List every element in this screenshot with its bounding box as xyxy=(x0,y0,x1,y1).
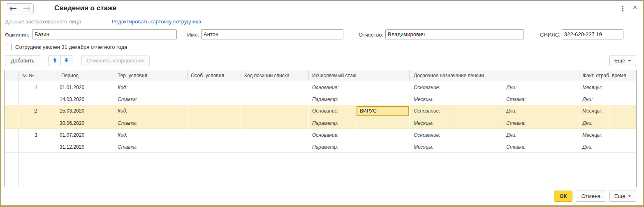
early-days-label: Дни: xyxy=(506,108,530,114)
calc-basis-label: Основание: xyxy=(312,132,339,138)
firstname-label: Имя: xyxy=(187,32,199,38)
header-early[interactable]: Досрочное назначение пенсии xyxy=(410,70,579,81)
table-more-button[interactable]: Еще xyxy=(609,55,636,66)
fact-months-value-cell[interactable] xyxy=(609,105,636,117)
firstname-field[interactable] xyxy=(201,29,343,39)
lastname-field[interactable] xyxy=(32,29,177,39)
early-days-label: Дни: xyxy=(506,85,517,90)
history-nav-group xyxy=(6,3,34,14)
header-num[interactable]: № № xyxy=(19,70,58,81)
header-calc[interactable]: Исчисляемый стаж xyxy=(309,70,410,81)
early-months-value-cell[interactable] xyxy=(455,117,502,129)
move-row-group xyxy=(49,55,72,66)
early-basis-label: Основание: xyxy=(414,108,455,114)
calc-param-label: Параметр: xyxy=(312,144,338,150)
forward-arrow-icon xyxy=(23,5,30,13)
move-down-button[interactable] xyxy=(60,55,72,66)
calc-basis-label: Основание: xyxy=(312,108,357,114)
add-button[interactable]: Добавить xyxy=(5,55,40,66)
dropdown-caret-icon xyxy=(628,196,631,197)
ter-rate-label: Ставка: xyxy=(118,120,141,126)
calc-param-label: Параметр: xyxy=(312,120,357,126)
early-rate-label: Ставка: xyxy=(506,144,526,150)
fact-months-label: Месяцы: xyxy=(582,108,609,114)
move-up-button[interactable] xyxy=(49,55,60,66)
fact-days-label: Дни: xyxy=(582,144,593,150)
early-rate-value-cell[interactable] xyxy=(530,117,579,129)
page-title: Сведения о стаже xyxy=(54,4,116,12)
header-osob[interactable]: Особ. условия xyxy=(188,70,241,81)
fact-days-value-cell[interactable] xyxy=(609,117,636,129)
header-fact[interactable]: Факт. отраб. время xyxy=(579,70,636,81)
ter-code-label: Код: xyxy=(118,108,141,114)
early-months-label: Месяцы: xyxy=(414,97,433,102)
snils-field[interactable] xyxy=(562,29,623,39)
early-basis-label: Основание: xyxy=(414,132,440,138)
row-number: 1 xyxy=(19,81,58,93)
osob-value-cell[interactable] xyxy=(188,105,241,117)
period-from: 15.03.2020 xyxy=(58,105,114,117)
forward-button[interactable] xyxy=(20,4,33,14)
row-number: 2 xyxy=(19,105,58,117)
table-row[interactable]: 3 01.07.2020 Код: Основание: Основание: … xyxy=(5,129,636,153)
more-menu-icon[interactable] xyxy=(619,5,626,12)
calc-param-value-cell[interactable] xyxy=(357,117,409,129)
period-to: 14.03.2020 xyxy=(58,93,114,105)
ok-button[interactable]: ОК xyxy=(554,191,572,202)
footer-more-button[interactable]: Еще xyxy=(609,191,636,202)
dropdown-caret-icon xyxy=(628,60,631,62)
header-period[interactable]: Период xyxy=(58,70,114,81)
early-months-label: Месяцы: xyxy=(414,144,433,150)
calc-param-label: Параметр: xyxy=(312,97,338,102)
fact-months-label: Месяцы: xyxy=(582,85,602,90)
table-header-row: № № Период Тер. условия Особ. условия Ко… xyxy=(5,70,636,81)
dismissed-checkbox-label: Сотрудник уволен 31 декабря отчетного го… xyxy=(15,44,127,50)
header-marker-col xyxy=(5,70,19,81)
fact-months-label: Месяцы: xyxy=(582,132,602,138)
header-kod[interactable]: Код позиции списка xyxy=(241,70,309,81)
header-ter[interactable]: Тер. условия xyxy=(114,70,188,81)
calc-basis-active-cell[interactable]: ВИРУС xyxy=(357,106,409,116)
early-basis-label: Основание: xyxy=(414,85,440,90)
ter-code-value-cell[interactable] xyxy=(141,105,187,117)
early-rate-label: Ставка: xyxy=(506,97,526,102)
period-to: 30.06.2020 xyxy=(58,117,114,129)
period-from: 01.07.2020 xyxy=(58,129,114,141)
early-rate-label: Ставка: xyxy=(506,120,530,126)
period-to: 31.12.2020 xyxy=(58,141,114,153)
early-days-value-cell[interactable] xyxy=(530,105,579,117)
table-row[interactable]: 1 01.01.2020 Код: Основание: Основание: … xyxy=(5,81,636,105)
dismissed-checkbox[interactable] xyxy=(6,44,12,50)
insured-person-section-label: Данные застрахованного лица xyxy=(5,18,81,25)
table-row-selected[interactable]: 2 15.03.2020 Код: Основание:ВИРУС Основа… xyxy=(5,105,636,129)
ter-rate-label: Ставка: xyxy=(118,144,137,150)
experience-table: № № Период Тер. условия Особ. условия Ко… xyxy=(4,70,637,187)
row-number: 3 xyxy=(19,129,58,141)
early-basis-value-cell[interactable] xyxy=(455,105,502,117)
experience-info-window: Сведения о стаже × Данные застрахованног… xyxy=(0,0,644,207)
fact-days-label: Дни: xyxy=(582,120,609,126)
early-days-label: Дни: xyxy=(506,132,517,138)
early-months-label: Месяцы: xyxy=(414,120,455,126)
table-empty-area xyxy=(5,153,636,186)
undo-corrections-button[interactable]: Отменить исправления xyxy=(81,55,150,66)
middlename-label: Отчество: xyxy=(359,32,383,38)
middlename-field[interactable] xyxy=(385,29,524,39)
arrow-up-icon xyxy=(52,57,58,64)
period-from: 01.01.2020 xyxy=(58,81,114,93)
ter-rate-label: Ставка: xyxy=(118,97,137,102)
back-button[interactable] xyxy=(6,4,20,14)
ter-rate-value-cell[interactable] xyxy=(141,117,187,129)
ter-code-label: Код: xyxy=(118,132,127,138)
edit-employee-card-link[interactable]: Редактировать карточку сотрудника xyxy=(112,18,201,25)
kod-value-cell[interactable] xyxy=(241,105,309,117)
fact-days-label: Дни: xyxy=(582,97,593,102)
arrow-down-icon xyxy=(64,57,69,64)
ter-code-label: Код: xyxy=(118,85,127,90)
snils-label: СНИЛС: xyxy=(540,32,561,38)
calc-basis-label: Основание: xyxy=(312,85,339,90)
close-icon[interactable]: × xyxy=(630,3,639,12)
lastname-label: Фамилия: xyxy=(5,32,29,38)
back-arrow-icon xyxy=(9,5,17,13)
cancel-button[interactable]: Отмена xyxy=(576,191,606,202)
